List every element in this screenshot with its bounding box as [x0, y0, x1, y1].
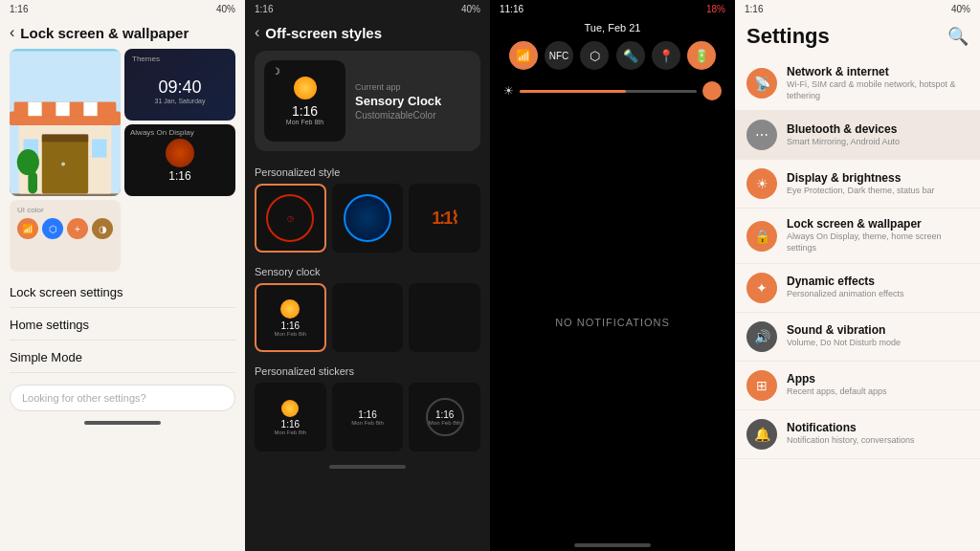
current-app-label: Current app	[355, 82, 471, 92]
battery-2: 40%	[461, 4, 480, 14]
stickers-grid: 1:16 Mon Feb 8th 1:16 Mon Feb 8th 1:16 M…	[245, 383, 490, 461]
current-app-card[interactable]: ☽ 1:16 Mon Feb 8th Current app Sensory C…	[255, 51, 480, 151]
wifi-quick-icon[interactable]: 📶	[509, 41, 538, 70]
page-title-2: Off-screen styles	[265, 25, 382, 41]
lockscreen-title: Lock screen & wallpaper	[787, 217, 969, 231]
sensory-clock-grid: 1:16 Mon Feb 8th	[245, 283, 490, 362]
status-bar-2: 1:16 40%	[245, 0, 490, 18]
header-4: Settings 🔍	[735, 18, 980, 56]
current-app-info: Current app Sensory Clock CustomizableCo…	[355, 82, 471, 121]
clock-date: Mon Feb 8th	[286, 119, 323, 125]
current-app-sub: CustomizableColor	[355, 110, 471, 121]
settings-item-display[interactable]: ☀ Display & brightness Eye Protection, D…	[735, 160, 980, 209]
settings-item-bluetooth[interactable]: ⋯ Bluetooth & devices Smart Mirroring, A…	[735, 111, 980, 160]
brightness-row: ☀	[490, 77, 735, 104]
header-1: ‹ Lock screen & wallpaper	[0, 18, 245, 49]
location-quick-icon[interactable]: 📍	[652, 41, 680, 70]
lock-screen-settings[interactable]: Lock screen settings	[10, 277, 235, 308]
notification-area: NO NOTIFICATIONS	[490, 104, 735, 540]
current-app-name: Sensory Clock	[355, 94, 471, 108]
radial-clock-icon: ◷	[266, 194, 314, 242]
header-2: ‹ Off-screen styles	[245, 18, 490, 51]
sensory-item-2[interactable]	[332, 283, 404, 352]
sound-title: Sound & vibration	[787, 323, 969, 337]
ui-color-item[interactable]: UI color 📶 ⬡ + ◑	[10, 200, 121, 272]
sticker-time-1: 1:16	[281, 419, 300, 430]
blue-clock-icon	[344, 194, 391, 242]
menu-items-1: Lock screen settings Home settings Simpl…	[0, 272, 245, 379]
bluetooth-title: Bluetooth & devices	[787, 122, 969, 136]
svg-rect-4	[14, 102, 29, 116]
bottom-bar-3	[574, 543, 651, 547]
settings-item-sound[interactable]: 🔊 Sound & vibration Volume, Do Not Distu…	[735, 313, 980, 362]
themes-date: 31 Jan, Saturday	[155, 98, 206, 104]
bottom-bar-2	[329, 465, 406, 469]
aod-time: 1:16	[168, 169, 190, 183]
aod-item[interactable]: Always On Display 1:16	[124, 124, 235, 196]
bluetooth-settings-icon: ⋯	[746, 120, 777, 150]
settings-item-notifications[interactable]: 🔔 Notifications Notification history, co…	[735, 410, 980, 459]
sensory-item-3[interactable]	[409, 283, 480, 352]
settings-item-dynamic[interactable]: ✦ Dynamic effects Personalized animation…	[735, 264, 980, 313]
style-item-3[interactable]: 1:1⌇	[409, 184, 480, 253]
notifications-title: Notifications	[787, 421, 969, 434]
search-bar-1[interactable]: Looking for other settings?	[10, 385, 235, 411]
time-3: 11:16	[500, 4, 523, 14]
style-item-1[interactable]: ◷	[255, 184, 326, 253]
themes-item[interactable]: Themes 09:40 31 Jan, Saturday	[124, 49, 235, 121]
svg-rect-8	[70, 102, 84, 116]
bottom-bar-1	[84, 421, 161, 425]
text-clock-icon: 1:1⌇	[432, 208, 457, 229]
apps-icon: ⊞	[746, 370, 777, 401]
sticker-time-2: 1:16	[358, 409, 376, 420]
dynamic-sub: Personalized animation effects	[787, 289, 969, 300]
lock-date: Tue, Feb 21	[490, 22, 735, 33]
time-4: 1:16	[745, 4, 763, 14]
lockscreen-sub: Always On Display, theme, home screen se…	[787, 231, 969, 253]
brightness-icon: ☀	[503, 84, 514, 98]
back-button-1[interactable]: ‹	[10, 24, 14, 41]
quick-icons: 📶 NFC ⬡ 🔦 📍 🔋	[490, 33, 735, 77]
sticker-3[interactable]: 1:16 Mon Feb 8th	[409, 383, 480, 452]
bt-quick-icon[interactable]: ⬡	[580, 41, 609, 70]
page-title-1: Lock screen & wallpaper	[20, 25, 189, 41]
style-item-2[interactable]	[332, 184, 404, 253]
settings-item-lockscreen[interactable]: 🔒 Lock screen & wallpaper Always On Disp…	[735, 209, 980, 263]
notifications-icon: 🔔	[746, 419, 777, 450]
sensory-item-1[interactable]: 1:16 Mon Feb 8th	[255, 283, 326, 352]
section-stickers: Personalized stickers	[245, 362, 490, 383]
simple-mode[interactable]: Simple Mode	[10, 342, 235, 373]
battery-3: 18%	[706, 4, 725, 14]
back-button-2[interactable]: ‹	[255, 24, 259, 41]
panel-lock-screen: 1:16 40% ‹ Lock screen & wallpaper Wallp…	[0, 0, 245, 551]
sound-icon: 🔊	[746, 321, 777, 352]
status-bar-4: 1:16 40%	[735, 0, 980, 18]
brightness-track[interactable]	[520, 90, 697, 93]
dynamic-icon: ✦	[746, 273, 777, 303]
settings-title: Settings	[746, 24, 830, 49]
settings-list: 📡 Network & internet Wi-Fi, SIM card & m…	[735, 56, 980, 459]
wallpaper-main-item[interactable]: Wallpaper	[10, 49, 121, 196]
bluetooth-icon: ⬡	[42, 218, 63, 239]
sensory-date: Mon Feb 8th	[274, 331, 306, 337]
section-personalized: Personalized style	[245, 163, 490, 184]
sticker-2[interactable]: 1:16 Mon Feb 8th	[332, 383, 404, 452]
search-icon[interactable]: 🔍	[947, 26, 969, 47]
settings-item-network[interactable]: 📡 Network & internet Wi-Fi, SIM card & m…	[735, 56, 980, 111]
panel-off-screen-styles: 1:16 40% ‹ Off-screen styles ☽ 1:16 Mon …	[245, 0, 490, 551]
themes-time: 09:40	[155, 77, 206, 98]
svg-rect-9	[83, 102, 98, 116]
lockscreen-icon: 🔒	[746, 221, 777, 252]
home-settings[interactable]: Home settings	[10, 310, 235, 341]
apps-title: Apps	[787, 372, 969, 386]
svg-point-17	[17, 149, 39, 175]
battery-quick-icon[interactable]: 🔋	[687, 41, 716, 70]
svg-point-13	[61, 163, 65, 166]
svg-rect-6	[42, 102, 56, 116]
nfc-quick-icon[interactable]: NFC	[545, 41, 573, 70]
wallpaper-grid: Wallpaper	[0, 49, 245, 272]
sticker-1[interactable]: 1:16 Mon Feb 8th	[255, 383, 326, 452]
clock-ball	[294, 77, 317, 99]
flashlight-quick-icon[interactable]: 🔦	[616, 41, 645, 70]
settings-item-apps[interactable]: ⊞ Apps Recent apps, default apps	[735, 362, 980, 410]
